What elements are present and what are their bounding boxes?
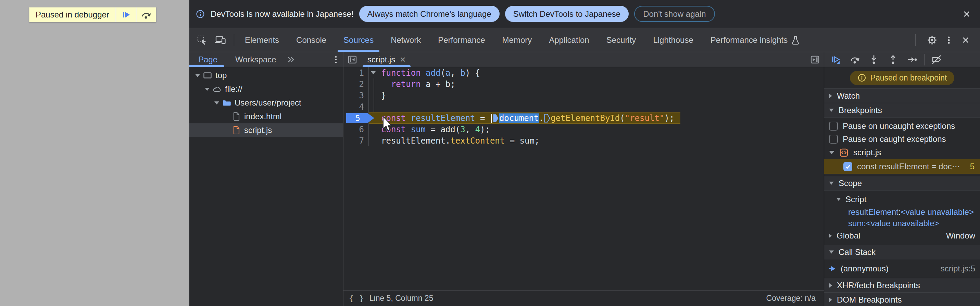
paused-banner-area: Paused on breakpoint	[824, 67, 980, 88]
breakpoint-line-number: 5	[970, 162, 975, 171]
tree-item-script-js[interactable]: script.js	[189, 123, 343, 137]
code-line-content[interactable]: const resultElement = document.getElemen…	[381, 112, 680, 124]
spacer	[412, 52, 806, 67]
tree-expander-icon[interactable]	[204, 88, 211, 91]
hide-navigator-button[interactable]	[344, 52, 361, 67]
step-button[interactable]	[904, 53, 920, 67]
line-number[interactable]: 6	[344, 124, 369, 135]
breakpoint-entry[interactable]: const resultElement = doc⋯ 5	[824, 159, 980, 174]
code-line-6[interactable]: 6const sum = add(3, 4);	[344, 124, 824, 135]
code-line-5[interactable]: const resultElement = document.getElemen…	[344, 112, 824, 124]
settings-button[interactable]	[927, 35, 937, 46]
resume-script-button[interactable]	[827, 53, 843, 67]
section-breakpoints[interactable]: Breakpoints	[824, 103, 980, 117]
infobar-close-button[interactable]	[961, 9, 972, 19]
checkbox-unchecked[interactable]	[829, 135, 838, 143]
more-tabs-button[interactable]	[285, 52, 297, 67]
line-number[interactable]: 1	[344, 67, 369, 78]
pause-caught-exceptions-row[interactable]: Pause on caught exceptions	[824, 132, 980, 146]
tree-item-users-user-project[interactable]: Users/user/project	[189, 96, 343, 110]
section-dom-breakpoints[interactable]: DOM Breakpoints	[824, 292, 980, 306]
devtools-close-button[interactable]	[960, 35, 971, 46]
tab-performance-insights[interactable]: Performance insights	[702, 28, 808, 52]
code-line-3[interactable]: 3}	[344, 90, 824, 101]
code-token	[406, 125, 410, 134]
chevron-right-icon	[829, 234, 832, 238]
breakpoint-file-group[interactable]: script.js	[824, 146, 980, 159]
line-number[interactable]: 3	[344, 90, 369, 101]
tree-item-index-html[interactable]: index.html	[189, 110, 343, 123]
checkbox-unchecked[interactable]	[829, 122, 838, 131]
code-line-7[interactable]: 7resultElement.textContent = sum;	[344, 135, 824, 146]
section-xhr-breakpoints[interactable]: XHR/fetch Breakpoints	[824, 278, 980, 292]
separator: :	[899, 207, 901, 217]
scope-variable-row[interactable]: sum: <value unavailable>	[824, 218, 980, 229]
fold-toggle-icon[interactable]	[369, 67, 381, 78]
scope-group-script[interactable]: Script	[824, 193, 980, 206]
tree-item-top[interactable]: top	[189, 69, 343, 82]
tab-workspace[interactable]: Workspace	[226, 52, 285, 67]
code-token: resultElement	[411, 113, 475, 123]
tab-label: Network	[391, 35, 421, 45]
deactivate-breakpoints-button[interactable]	[929, 53, 944, 67]
switch-devtools-japanese-button[interactable]: Switch DevTools to Japanese	[505, 6, 629, 22]
scope-variable-row[interactable]: resultElement: <value unavailable>	[824, 206, 980, 218]
always-match-language-button[interactable]: Always match Chrome's language	[359, 6, 500, 22]
navigator-more-options-button[interactable]	[329, 52, 343, 67]
step-out-icon	[888, 54, 899, 65]
step-out-button[interactable]	[885, 53, 901, 67]
tree-item-file[interactable]: file://	[189, 82, 343, 96]
step-into-button[interactable]	[866, 53, 882, 67]
inline-breakpoint-marker-active[interactable]	[493, 114, 499, 123]
devtools-window: DevTools is now available in Japanese! A…	[189, 0, 980, 306]
line-number[interactable]: 2	[344, 78, 369, 90]
editor-tab-scriptjs[interactable]: script.js ×	[361, 52, 412, 67]
tab-application[interactable]: Application	[540, 28, 598, 52]
dont-show-again-button[interactable]: Don't show again	[634, 6, 714, 22]
scope-group-global[interactable]: Global Window	[824, 229, 980, 242]
toggle-device-toolbar-button[interactable]	[213, 32, 228, 48]
code-line-2[interactable]: 2 return a + b;	[344, 78, 824, 90]
code-line-content[interactable]: return a + b;	[381, 78, 455, 90]
tree-item-label: script.js	[244, 126, 272, 135]
code-line-content[interactable]: function add(a, b) {	[381, 67, 480, 78]
tab-console[interactable]: Console	[288, 28, 335, 52]
tab-lighthouse[interactable]: Lighthouse	[644, 28, 702, 52]
editor-tabstrip: script.js ×	[344, 52, 824, 67]
code-line-content[interactable]: }	[381, 90, 386, 101]
tab-network[interactable]: Network	[382, 28, 430, 52]
close-tab-icon[interactable]: ×	[400, 55, 406, 64]
step-over-button[interactable]	[847, 53, 862, 67]
more-options-button[interactable]	[947, 35, 951, 46]
divider	[915, 34, 916, 46]
inspect-element-button[interactable]	[194, 32, 210, 48]
code-token: (	[440, 68, 445, 78]
section-scope[interactable]: Scope	[824, 176, 980, 190]
checkbox-checked[interactable]	[843, 162, 852, 171]
code-editor[interactable]: 1function add(a, b) {2 return a + b;3}4c…	[344, 67, 824, 290]
code-line-4[interactable]: 4	[344, 101, 824, 112]
tab-performance[interactable]: Performance	[430, 28, 493, 52]
line-number[interactable]: 7	[344, 135, 369, 146]
tab-security[interactable]: Security	[598, 28, 645, 52]
code-line-content[interactable]: resultElement.textContent = sum;	[381, 135, 539, 146]
resume-script-button[interactable]	[116, 8, 135, 22]
inline-breakpoint-marker-inactive[interactable]	[544, 114, 550, 123]
tree-expander-icon[interactable]	[213, 101, 220, 105]
section-watch[interactable]: Watch	[824, 88, 980, 103]
step-over-button[interactable]	[137, 8, 156, 22]
code-line-content[interactable]: const sum = add(3, 4);	[381, 124, 490, 135]
tab-page[interactable]: Page	[189, 52, 226, 67]
tab-elements[interactable]: Elements	[236, 28, 288, 52]
pause-uncaught-exceptions-row[interactable]: Pause on uncaught exceptions	[824, 120, 980, 132]
code-line-1[interactable]: 1function add(a, b) {	[344, 67, 824, 78]
pretty-print-icon[interactable]: { }	[349, 294, 365, 303]
section-call-stack[interactable]: Call Stack	[824, 245, 980, 259]
hide-debugger-sidebar-button[interactable]	[806, 52, 824, 67]
call-stack-frame[interactable]: (anonymous) script.js:5	[824, 261, 980, 276]
tab-sources[interactable]: Sources	[335, 28, 382, 52]
tab-memory[interactable]: Memory	[494, 28, 541, 52]
breakpoint-code-snippet: const resultElement = doc⋯	[857, 162, 965, 171]
tree-expander-icon[interactable]	[194, 74, 201, 77]
line-number[interactable]: 4	[344, 101, 369, 112]
